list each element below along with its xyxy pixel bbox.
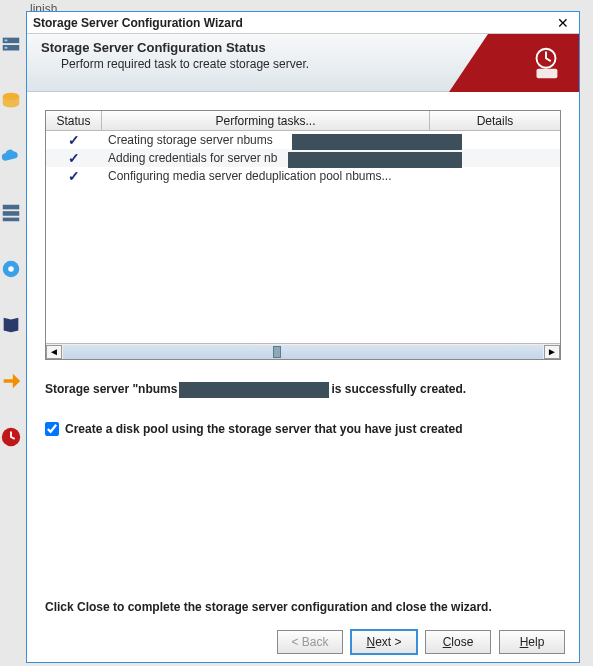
cloud-icon[interactable] [0, 142, 22, 172]
app-sidebar [0, 20, 22, 580]
close-icon[interactable]: ✕ [553, 15, 573, 31]
book-icon[interactable] [0, 310, 22, 340]
svg-point-9 [8, 266, 14, 272]
status-cell: ✓ [46, 150, 102, 166]
clock-icon[interactable] [0, 422, 22, 452]
scroll-thumb[interactable] [273, 346, 281, 358]
scroll-track[interactable] [63, 345, 543, 359]
back-button: < Back [277, 630, 343, 654]
status-cell: ✓ [46, 168, 102, 184]
dialog-title: Storage Server Configuration Wizard [33, 16, 243, 30]
task-cell: Adding credentials for server nb [102, 151, 560, 165]
task-cell: Creating storage server nbums [102, 133, 560, 147]
table-row[interactable]: ✓ Adding credentials for server nb [46, 149, 560, 167]
task-table: Status Performing tasks... Details ✓ Cre… [45, 110, 561, 360]
checkmark-icon: ✓ [68, 132, 80, 148]
redaction [288, 152, 462, 168]
checkmark-icon: ✓ [68, 150, 80, 166]
table-header: Status Performing tasks... Details [46, 111, 560, 131]
cd-icon[interactable] [0, 254, 22, 284]
table-body: ✓ Creating storage server nbums ✓ Adding… [46, 131, 560, 343]
status-message: Storage server "nbumsis successfully cre… [45, 382, 561, 398]
wizard-dialog: Storage Server Configuration Wizard ✕ St… [26, 11, 580, 663]
create-diskpool-checkbox[interactable] [45, 422, 59, 436]
table-row[interactable]: ✓ Creating storage server nbums [46, 131, 560, 149]
checkbox-label: Create a disk pool using the storage ser… [65, 422, 462, 436]
task-cell: Configuring media server deduplication p… [102, 169, 560, 183]
arrow-icon[interactable] [0, 366, 22, 396]
help-button[interactable]: Help [499, 630, 565, 654]
create-diskpool-checkbox-row[interactable]: Create a disk pool using the storage ser… [45, 422, 561, 436]
close-button[interactable]: Close [425, 630, 491, 654]
status-cell: ✓ [46, 132, 102, 148]
horizontal-scrollbar[interactable]: ◄ ► [46, 343, 560, 359]
svg-rect-5 [3, 205, 20, 210]
redaction [179, 382, 329, 398]
button-row: < Back Next > Close Help [277, 630, 565, 654]
svg-rect-3 [5, 47, 8, 49]
col-status[interactable]: Status [46, 111, 102, 130]
scroll-right-icon[interactable]: ► [544, 345, 560, 359]
titlebar: Storage Server Configuration Wizard ✕ [27, 12, 579, 34]
next-button[interactable]: Next > [351, 630, 417, 654]
banner: Storage Server Configuration Status Perf… [27, 34, 579, 92]
col-task[interactable]: Performing tasks... [102, 111, 430, 130]
svg-rect-2 [5, 40, 8, 42]
col-details[interactable]: Details [430, 111, 560, 130]
footer-instruction: Click Close to complete the storage serv… [45, 600, 492, 614]
server-icon[interactable] [0, 30, 22, 60]
svg-rect-7 [3, 218, 20, 222]
svg-rect-12 [537, 69, 558, 79]
table-row[interactable]: ✓ Configuring media server deduplication… [46, 167, 560, 185]
svg-rect-6 [3, 211, 20, 216]
scroll-left-icon[interactable]: ◄ [46, 345, 62, 359]
checkmark-icon: ✓ [68, 168, 80, 184]
redaction [292, 134, 462, 150]
disk-icon[interactable] [0, 86, 22, 116]
server2-icon[interactable] [0, 198, 22, 228]
